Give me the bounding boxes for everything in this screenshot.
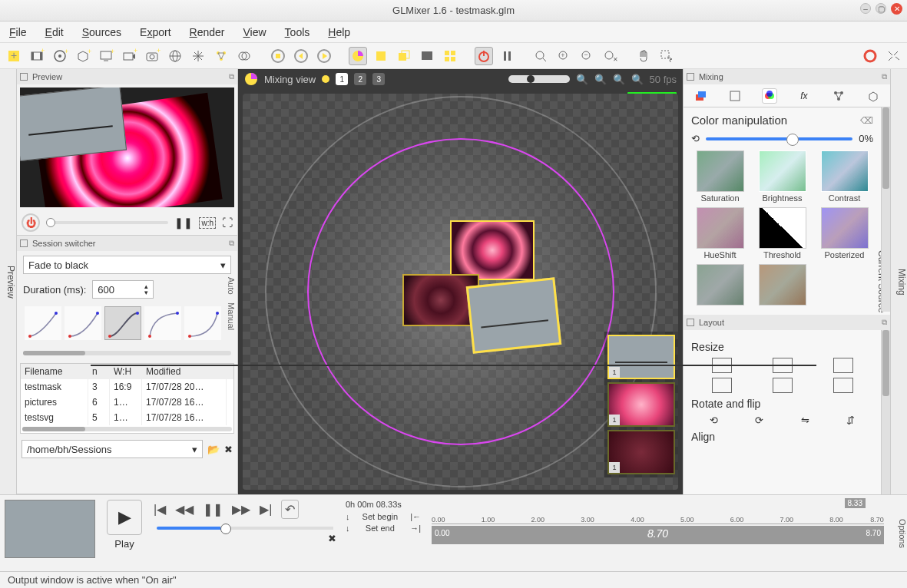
snowflake-icon[interactable] [189, 47, 207, 65]
delete-icon[interactable]: ✖ [224, 444, 233, 455]
resize-h-icon[interactable] [712, 378, 732, 393]
settings-icon[interactable]: ✖ [328, 533, 336, 544]
prev-icon[interactable] [292, 47, 310, 65]
thumb-3[interactable]: 1 [607, 430, 675, 474]
skip-end-icon[interactable]: ▶| [260, 502, 272, 517]
record-icon[interactable] [861, 47, 879, 65]
rings-icon[interactable] [235, 47, 253, 65]
fx-threshold[interactable]: Threshold [753, 207, 811, 259]
camera-icon[interactable]: + [120, 47, 138, 65]
mixing-canvas[interactable]: 1 1 1 [243, 94, 678, 490]
flip-h-icon[interactable]: ⇋ [801, 415, 809, 426]
mixing-view-icon[interactable] [349, 47, 367, 65]
menu-sources[interactable]: Sources [82, 26, 121, 38]
col-modified[interactable]: Modified [142, 364, 227, 379]
fx-saturation[interactable]: Saturation [691, 150, 749, 203]
curve-4[interactable] [144, 306, 181, 340]
auto-tab[interactable]: Auto [227, 277, 236, 295]
vtab-mixing[interactable]: Mixing [896, 74, 907, 490]
table-row[interactable]: testsvg51…17/07/28 16… [21, 410, 233, 425]
rotate-cw-icon[interactable]: ⟳ [755, 415, 763, 426]
set-end-button[interactable]: Set end [366, 524, 395, 533]
tab-plugin-icon[interactable] [831, 88, 846, 104]
zoom-fit-icon[interactable]: 🔍 [594, 74, 607, 85]
disc-icon[interactable]: + [51, 47, 69, 65]
timeline-thumb[interactable] [5, 500, 95, 558]
resize-free-icon[interactable] [833, 378, 853, 393]
curve-2[interactable] [65, 306, 101, 340]
zoom-x-icon[interactable]: ✕ [601, 47, 619, 65]
fit-both-icon[interactable] [833, 358, 853, 373]
undock-icon[interactable]: ⧉ [229, 72, 234, 81]
fx-extra-1[interactable] [691, 264, 749, 306]
photo-icon[interactable]: + [143, 47, 161, 65]
thumb-2[interactable]: 1 [607, 382, 675, 427]
new-source-icon[interactable]: + [5, 47, 23, 65]
close-button[interactable]: ✕ [891, 3, 902, 15]
color-amount-slider[interactable] [706, 137, 852, 140]
tab-fx-icon[interactable]: fx [796, 88, 812, 104]
cursor-position[interactable]: 8.33 [845, 498, 866, 508]
layout-scrollbar[interactable] [881, 330, 890, 494]
fx-hueshift[interactable]: HueShift [691, 207, 749, 259]
workspace-3[interactable]: 3 [372, 73, 385, 85]
source-car[interactable] [466, 277, 562, 354]
source-kaleido-1[interactable] [450, 220, 535, 280]
undock-icon[interactable]: ⧉ [229, 239, 234, 248]
skip-start-icon[interactable]: |◀ [154, 502, 166, 517]
duration-input[interactable]: 600▴▾ [92, 280, 154, 299]
zoom-icon[interactable] [531, 47, 550, 65]
screen-icon[interactable]: + [97, 47, 115, 65]
dock-icon[interactable] [20, 239, 28, 247]
fullscreen-icon[interactable]: ⛶ [222, 216, 233, 229]
film-icon[interactable]: + [28, 47, 46, 65]
curves-scrollbar[interactable] [23, 351, 231, 355]
grid4-icon[interactable] [441, 47, 459, 65]
screen2-icon[interactable] [418, 47, 436, 65]
preview-canvas[interactable] [20, 88, 234, 207]
speed-slider[interactable] [157, 527, 333, 530]
aspect-icon[interactable]: w:h [199, 217, 216, 229]
resize-v-icon[interactable] [773, 378, 793, 393]
select-icon[interactable] [657, 47, 676, 65]
minimize-button[interactable]: – [860, 3, 871, 14]
col-wh[interactable]: W:H [110, 364, 142, 379]
box-icon[interactable]: + [74, 47, 92, 65]
curve-3[interactable] [104, 306, 141, 340]
fx-extra-2[interactable] [753, 264, 811, 306]
tab-layers-icon[interactable] [693, 88, 708, 104]
nodes-icon[interactable] [212, 47, 230, 65]
rewind-icon[interactable]: ◀◀ [175, 502, 194, 517]
menu-file[interactable]: File [9, 26, 27, 38]
menu-render[interactable]: Render [190, 26, 225, 38]
layer1-icon[interactable] [372, 47, 390, 65]
col-n[interactable]: n [88, 364, 110, 379]
rotate-ccw-icon[interactable]: ⟲ [710, 415, 718, 426]
layer2-icon[interactable] [395, 47, 413, 65]
table-row[interactable]: testmask316:917/07/28 20… [21, 379, 233, 395]
options-tab[interactable]: Options [890, 495, 907, 571]
dock-icon[interactable] [687, 73, 694, 81]
clear-icon[interactable]: ⌫ [860, 115, 873, 126]
table-scrollbar[interactable] [22, 427, 232, 431]
col-filename[interactable]: Filename [21, 364, 88, 379]
curve-5[interactable] [184, 306, 221, 340]
workspace-1[interactable]: 1 [336, 73, 348, 85]
preview-pause-icon[interactable]: ❚❚ [174, 216, 193, 229]
hand-icon[interactable] [634, 47, 653, 65]
play-circle-icon[interactable] [315, 47, 333, 65]
dock-icon[interactable] [20, 73, 28, 81]
zoom-in-icon[interactable]: 🔍 [613, 74, 625, 85]
table-row[interactable]: pictures61…17/07/28 16… [21, 395, 233, 410]
manual-tab[interactable]: Manual [227, 302, 236, 330]
open-folder-icon[interactable]: 📂 [207, 444, 220, 455]
transition-combo[interactable]: Fade to black▾ [23, 256, 231, 274]
menu-tools[interactable]: Tools [285, 26, 310, 38]
menu-edit[interactable]: Edit [45, 26, 64, 38]
set-begin-button[interactable]: Set begin [362, 512, 398, 521]
path-combo[interactable]: /home/bh/Sessions▾ [22, 440, 203, 458]
play-button[interactable]: ▶ [107, 500, 142, 535]
fx-contrast[interactable]: Contrast [816, 150, 873, 203]
zoom-reset-icon[interactable]: 🔍 [631, 74, 644, 85]
flip-v-icon[interactable]: ⇵ [846, 415, 855, 426]
